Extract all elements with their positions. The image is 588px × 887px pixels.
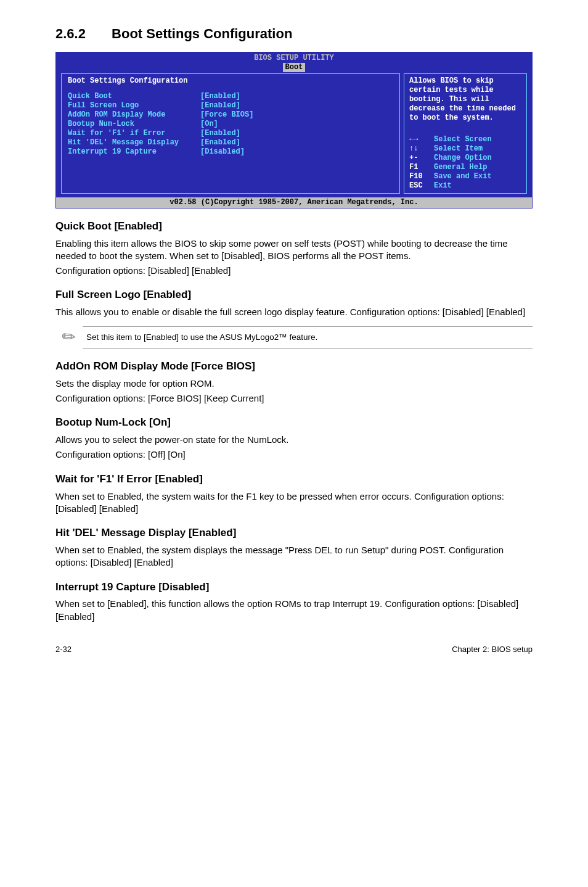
page-number: 2-32	[55, 644, 71, 655]
paragraph: Configuration options: [Force BIOS] [Kee…	[55, 392, 533, 405]
paragraph: Enabling this item allows the BIOS to sk…	[55, 237, 533, 263]
bios-help-text: Allows BIOS to skip certain tests while …	[409, 76, 521, 123]
section-title-text: Boot Settings Configuration	[112, 26, 292, 41]
paragraph: When set to Enabled, the system waits fo…	[55, 490, 533, 516]
paragraph: When set to Enabled, the system displays…	[55, 544, 533, 569]
bios-row: Quick Boot[Enabled]	[68, 92, 393, 101]
bios-row: Hit 'DEL' Message Display[Enabled]	[68, 138, 393, 147]
bios-active-tab: Boot	[283, 63, 306, 72]
bios-screenshot: BIOS SETUP UTILITY Boot Boot Settings Co…	[55, 52, 533, 208]
bios-row: Wait for 'F1' if Error[Enabled]	[68, 129, 393, 138]
subheading-full-screen-logo: Full Screen Logo [Enabled]	[55, 288, 533, 302]
paragraph: Configuration options: [Off] [On]	[55, 448, 533, 461]
note-callout: ✎ Set this item to [Enabled] to use the …	[55, 326, 533, 349]
paragraph: This allows you to enable or disable the…	[55, 306, 533, 318]
bios-key-legend: ←→Select Screen ↑↓Select Item +-Change O…	[409, 135, 521, 191]
paragraph: Allows you to select the power-on state …	[55, 434, 533, 446]
bios-row: Bootup Num-Lock[On]	[68, 120, 393, 129]
paragraph: Sets the display mode for option ROM.	[55, 377, 533, 390]
subheading-numlock: Bootup Num-Lock [On]	[55, 416, 533, 430]
bios-help-panel: Allows BIOS to skip certain tests while …	[404, 73, 527, 194]
subheading-int19: Interrupt 19 Capture [Disabled]	[55, 580, 533, 595]
chapter-label: Chapter 2: BIOS setup	[452, 644, 533, 655]
subheading-hit-del: Hit 'DEL' Message Display [Enabled]	[55, 526, 533, 540]
bios-settings-panel: Boot Settings Configuration Quick Boot[E…	[61, 73, 400, 194]
bios-row: Interrupt 19 Capture[Disabled]	[68, 147, 393, 157]
subheading-addon-rom: AddOn ROM Display Mode [Force BIOS]	[55, 360, 533, 374]
bios-title: BIOS SETUP UTILITY	[254, 54, 334, 62]
section-heading: 2.6.2 Boot Settings Configuration	[55, 25, 533, 43]
pencil-icon: ✎	[55, 326, 83, 348]
arrows-ud-icon: ↑↓	[409, 144, 434, 154]
subheading-wait-f1: Wait for 'F1' If Error [Enabled]	[55, 472, 533, 487]
paragraph: When set to [Enabled], this function all…	[55, 598, 533, 623]
page-footer: 2-32 Chapter 2: BIOS setup	[55, 644, 533, 655]
note-text: Set this item to [Enabled] to use the AS…	[83, 326, 533, 349]
arrows-lr-icon: ←→	[409, 135, 434, 144]
bios-row: Full Screen Logo[Enabled]	[68, 101, 393, 110]
bios-panel-header: Boot Settings Configuration	[68, 76, 393, 86]
paragraph: Configuration options: [Disabled] [Enabl…	[55, 265, 533, 277]
section-number: 2.6.2	[55, 25, 86, 43]
bios-titlebar: BIOS SETUP UTILITY Boot	[56, 52, 532, 73]
bios-footer: v02.58 (C)Copyright 1985-2007, American …	[56, 197, 532, 208]
subheading-quick-boot: Quick Boot [Enabled]	[55, 220, 533, 234]
bios-row: AddOn ROM Display Mode[Force BIOS]	[68, 110, 393, 120]
